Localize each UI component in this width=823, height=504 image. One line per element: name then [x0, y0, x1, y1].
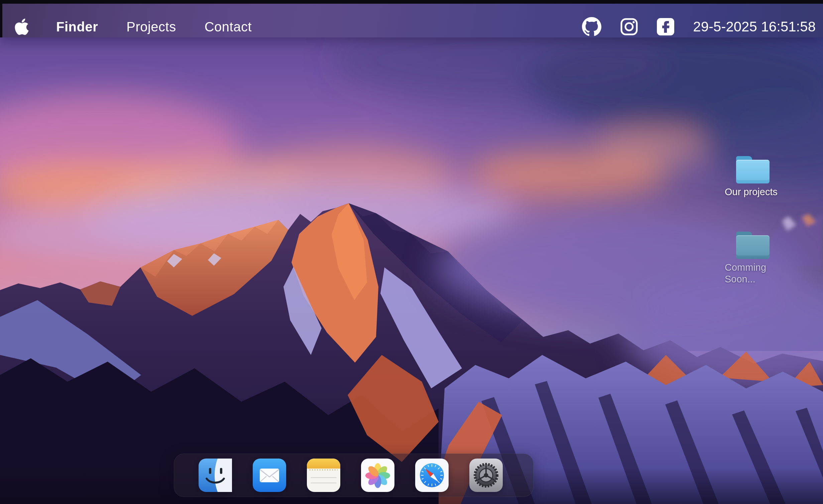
desktop-folder-comming-soon[interactable]: Comming Soon... [725, 232, 775, 285]
dock-icon-safari[interactable] [415, 459, 449, 492]
dock-icon-notes[interactable] [307, 459, 340, 492]
desktop-wallpaper [0, 0, 823, 504]
menu-item-contact[interactable]: Contact [205, 19, 252, 34]
folder-label: Comming Soon... [725, 262, 775, 285]
dock [174, 454, 534, 497]
menu-bar: Finder Projects Contact [0, 0, 823, 37]
instagram-icon[interactable] [620, 18, 638, 36]
apple-icon[interactable] [14, 17, 29, 36]
menu-items: Finder Projects Contact [56, 19, 252, 34]
desktop-folder-our-projects[interactable]: Our projects [725, 156, 782, 198]
menu-item-projects[interactable]: Projects [126, 19, 176, 34]
dock-icon-photos[interactable] [361, 459, 394, 492]
menu-bar-inner: Finder Projects Contact [0, 17, 823, 37]
folder-icon [736, 156, 770, 183]
dock-icon-mail[interactable] [253, 459, 286, 492]
facebook-icon[interactable] [657, 18, 674, 35]
github-icon[interactable] [582, 17, 601, 36]
dock-icon-settings[interactable] [469, 459, 503, 492]
menu-bar-clock: 29-5-2025 16:51:58 [693, 19, 816, 35]
dock-icon-finder[interactable] [199, 459, 232, 492]
menu-item-finder[interactable]: Finder [56, 19, 98, 34]
menu-bar-right: 29-5-2025 16:51:58 [582, 17, 816, 36]
folder-label: Our projects [725, 186, 782, 198]
folder-icon [736, 232, 770, 259]
